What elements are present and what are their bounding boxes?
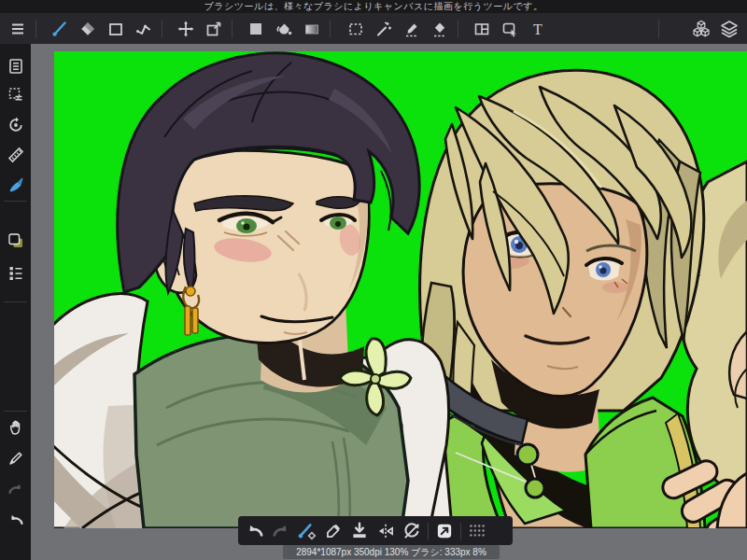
brush-eraser-toggle-icon[interactable] (294, 519, 320, 543)
status-text: 2894*1087px 350dpi 130% ブラシ: 333px 8% (296, 547, 486, 557)
hand-tool-icon[interactable] (5, 416, 27, 439)
right-character (416, 70, 705, 528)
floating-toolbar (238, 516, 513, 545)
save-icon[interactable] (346, 519, 373, 543)
document-panel-icon[interactable] (5, 55, 27, 77)
select-eraser-icon[interactable] (426, 15, 454, 43)
flip-horizontal-icon[interactable] (373, 519, 399, 543)
canvas-illustration (54, 51, 747, 528)
move-tool-icon[interactable] (172, 15, 200, 43)
brush-tool-icon[interactable] (46, 15, 74, 43)
material-cubes-icon[interactable] (687, 15, 715, 43)
eraser-tool-icon[interactable] (74, 15, 102, 43)
tool-hint-text: ブラシツールは、様々なブラシによりキャンバスに描画を行うツールです。 (204, 1, 543, 11)
text-tool-icon[interactable]: T (524, 15, 552, 43)
select-rectangle-icon[interactable] (342, 15, 370, 43)
paint-app-window: ブラシツールは、様々なブラシによりキャンバスに描画を行うツールです。 (0, 0, 747, 560)
divider (460, 523, 461, 539)
undo-icon[interactable] (5, 509, 27, 531)
status-bar: 2894*1087px 350dpi 130% ブラシ: 333px 8% (283, 545, 500, 559)
divider (458, 20, 458, 38)
rotate-reset-icon[interactable] (5, 114, 27, 136)
select-layer-icon[interactable] (5, 83, 27, 105)
polyline-tool-icon[interactable] (130, 15, 158, 43)
rotate-off-icon[interactable] (399, 519, 425, 543)
bucket-tool-icon[interactable] (270, 15, 298, 43)
menu-icon[interactable] (4, 15, 32, 43)
divider (428, 523, 429, 539)
drag-handle-icon[interactable] (464, 519, 490, 543)
divide-canvas-icon[interactable] (468, 15, 496, 43)
fullscreen-toggle-icon[interactable] (431, 519, 458, 543)
brush-panel-icon[interactable] (5, 174, 27, 196)
redo-icon[interactable] (5, 478, 27, 500)
divider (162, 20, 162, 38)
divider (232, 20, 233, 38)
divider (330, 20, 331, 38)
redo-icon[interactable] (268, 519, 294, 543)
drawing-canvas[interactable] (54, 51, 747, 528)
divider (4, 201, 27, 202)
left-sidebar (0, 44, 31, 560)
fill-square-icon[interactable] (242, 15, 270, 43)
magic-wand-icon[interactable] (370, 15, 398, 43)
divider (4, 301, 27, 302)
select-pen-icon[interactable] (398, 15, 426, 43)
divider (658, 20, 659, 38)
layers-icon[interactable] (715, 15, 743, 43)
divider (35, 20, 36, 38)
svg-text:T: T (533, 21, 543, 36)
undo-icon[interactable] (242, 519, 268, 543)
rectangle-tool-icon[interactable] (102, 15, 130, 43)
main-toolbar: T (0, 13, 747, 45)
transform-tool-icon[interactable] (200, 15, 228, 43)
pen-icon[interactable] (5, 447, 27, 469)
color-swatch-icon[interactable] (5, 230, 27, 252)
workspace (31, 44, 747, 560)
operation-cursor-icon[interactable] (496, 15, 524, 43)
divider (4, 411, 27, 412)
tool-hint-bar: ブラシツールは、様々なブラシによりキャンバスに描画を行うツールです。 (0, 0, 747, 13)
eyedropper-icon[interactable] (320, 519, 346, 543)
palette-list-icon[interactable] (5, 261, 27, 284)
ruler-icon[interactable] (5, 144, 27, 166)
gradient-tool-icon[interactable] (298, 15, 326, 43)
